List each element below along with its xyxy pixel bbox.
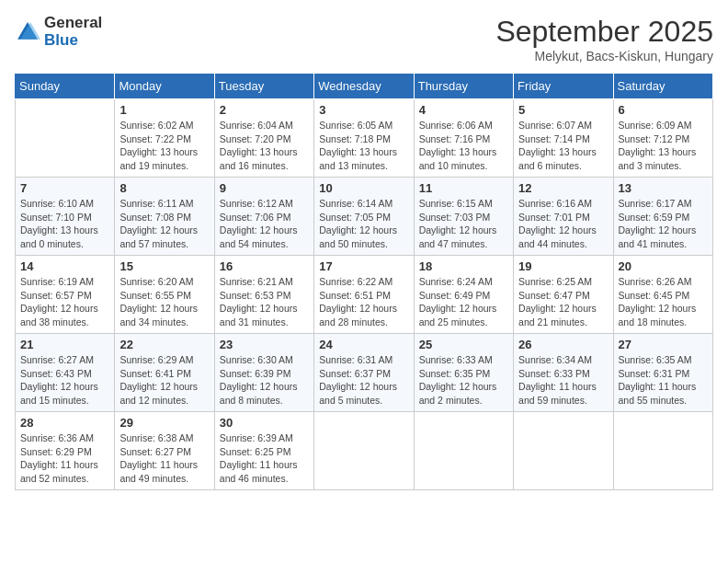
calendar-week-row: 7Sunrise: 6:10 AMSunset: 7:10 PMDaylight… [16,178,713,256]
day-number: 20 [619,259,708,273]
calendar-cell [414,412,513,490]
weekday-header-saturday: Saturday [613,74,712,99]
calendar-cell [314,412,414,490]
day-number: 5 [518,103,608,117]
logo-blue-text: Blue [44,32,102,50]
calendar-cell: 10Sunrise: 6:14 AMSunset: 7:05 PMDayligh… [314,178,414,256]
day-info: Sunrise: 6:27 AMSunset: 6:43 PMDaylight:… [20,353,109,408]
day-info: Sunrise: 6:34 AMSunset: 6:33 PMDaylight:… [518,353,608,408]
calendar-cell: 3Sunrise: 6:05 AMSunset: 7:18 PMDaylight… [314,99,414,178]
logo: General Blue [15,15,102,49]
calendar-cell: 19Sunrise: 6:25 AMSunset: 6:47 PMDayligh… [514,256,613,334]
calendar-cell: 25Sunrise: 6:33 AMSunset: 6:35 PMDayligh… [414,334,513,412]
day-info: Sunrise: 6:16 AMSunset: 7:01 PMDaylight:… [518,197,608,251]
day-info: Sunrise: 6:36 AMSunset: 6:29 PMDaylight:… [20,431,109,486]
calendar-table: SundayMondayTuesdayWednesdayThursdayFrid… [15,73,713,490]
day-info: Sunrise: 6:31 AMSunset: 6:37 PMDaylight:… [319,353,408,408]
day-number: 3 [319,103,408,117]
calendar-cell: 4Sunrise: 6:06 AMSunset: 7:16 PMDaylight… [414,99,513,178]
calendar-cell: 15Sunrise: 6:20 AMSunset: 6:55 PMDayligh… [115,256,214,334]
calendar-week-row: 21Sunrise: 6:27 AMSunset: 6:43 PMDayligh… [16,334,713,412]
calendar-cell: 17Sunrise: 6:22 AMSunset: 6:51 PMDayligh… [314,256,414,334]
calendar-cell: 5Sunrise: 6:07 AMSunset: 7:14 PMDaylight… [514,99,613,178]
day-info: Sunrise: 6:25 AMSunset: 6:47 PMDaylight:… [518,275,608,329]
calendar-cell [16,99,115,178]
day-info: Sunrise: 6:35 AMSunset: 6:31 PMDaylight:… [619,353,708,408]
weekday-header-sunday: Sunday [16,74,115,99]
day-number: 28 [20,416,109,430]
weekday-header-row: SundayMondayTuesdayWednesdayThursdayFrid… [16,74,713,99]
day-info: Sunrise: 6:09 AMSunset: 7:12 PMDaylight:… [619,119,708,173]
calendar-week-row: 28Sunrise: 6:36 AMSunset: 6:29 PMDayligh… [16,412,713,490]
day-number: 14 [20,259,109,273]
weekday-header-thursday: Thursday [414,74,513,99]
day-number: 10 [319,181,408,195]
day-number: 17 [319,259,408,273]
logo-icon [15,19,40,45]
day-info: Sunrise: 6:19 AMSunset: 6:57 PMDaylight:… [20,275,109,329]
logo-general-text: General [44,15,102,32]
day-number: 29 [119,416,209,430]
calendar-week-row: 1Sunrise: 6:02 AMSunset: 7:22 PMDaylight… [16,99,713,178]
day-info: Sunrise: 6:24 AMSunset: 6:49 PMDaylight:… [419,275,508,329]
day-info: Sunrise: 6:12 AMSunset: 7:06 PMDaylight:… [220,197,309,251]
day-info: Sunrise: 6:33 AMSunset: 6:35 PMDaylight:… [419,353,508,408]
day-number: 4 [419,103,508,117]
day-number: 13 [619,181,708,195]
calendar-cell: 28Sunrise: 6:36 AMSunset: 6:29 PMDayligh… [16,412,115,490]
calendar-cell: 27Sunrise: 6:35 AMSunset: 6:31 PMDayligh… [613,334,712,412]
calendar-cell [613,412,712,490]
calendar-cell: 12Sunrise: 6:16 AMSunset: 7:01 PMDayligh… [514,178,613,256]
calendar-cell: 24Sunrise: 6:31 AMSunset: 6:37 PMDayligh… [314,334,414,412]
calendar-cell: 30Sunrise: 6:39 AMSunset: 6:25 PMDayligh… [214,412,313,490]
day-number: 12 [518,181,608,195]
calendar-cell: 1Sunrise: 6:02 AMSunset: 7:22 PMDaylight… [115,99,214,178]
day-info: Sunrise: 6:29 AMSunset: 6:41 PMDaylight:… [119,353,209,408]
day-number: 18 [419,259,508,273]
day-number: 21 [20,338,109,351]
day-number: 2 [220,103,309,117]
calendar-cell: 23Sunrise: 6:30 AMSunset: 6:39 PMDayligh… [214,334,313,412]
day-info: Sunrise: 6:30 AMSunset: 6:39 PMDaylight:… [220,353,309,408]
day-info: Sunrise: 6:17 AMSunset: 6:59 PMDaylight:… [619,197,708,251]
day-number: 6 [619,103,708,117]
calendar-cell: 11Sunrise: 6:15 AMSunset: 7:03 PMDayligh… [414,178,513,256]
day-info: Sunrise: 6:04 AMSunset: 7:20 PMDaylight:… [220,119,309,173]
calendar-cell: 29Sunrise: 6:38 AMSunset: 6:27 PMDayligh… [115,412,214,490]
day-number: 15 [119,259,209,273]
calendar-cell [514,412,613,490]
day-number: 22 [119,338,209,351]
month-title: September 2025 [495,15,713,49]
day-number: 8 [119,181,209,195]
day-number: 30 [220,416,309,430]
calendar-cell: 14Sunrise: 6:19 AMSunset: 6:57 PMDayligh… [16,256,115,334]
calendar-week-row: 14Sunrise: 6:19 AMSunset: 6:57 PMDayligh… [16,256,713,334]
day-info: Sunrise: 6:21 AMSunset: 6:53 PMDaylight:… [220,275,309,329]
day-info: Sunrise: 6:07 AMSunset: 7:14 PMDaylight:… [518,119,608,173]
day-info: Sunrise: 6:02 AMSunset: 7:22 PMDaylight:… [119,119,209,173]
day-number: 25 [419,338,508,351]
day-number: 11 [419,181,508,195]
calendar-cell: 20Sunrise: 6:26 AMSunset: 6:45 PMDayligh… [613,256,712,334]
day-number: 27 [619,338,708,351]
calendar-cell: 21Sunrise: 6:27 AMSunset: 6:43 PMDayligh… [16,334,115,412]
weekday-header-friday: Friday [514,74,613,99]
calendar-cell: 16Sunrise: 6:21 AMSunset: 6:53 PMDayligh… [214,256,313,334]
calendar-cell: 8Sunrise: 6:11 AMSunset: 7:08 PMDaylight… [115,178,214,256]
day-number: 1 [119,103,209,117]
page-header: General Blue September 2025 Melykut, Bac… [15,15,713,63]
day-number: 9 [220,181,309,195]
calendar-cell: 7Sunrise: 6:10 AMSunset: 7:10 PMDaylight… [16,178,115,256]
title-area: September 2025 Melykut, Bacs-Kiskun, Hun… [495,15,713,63]
calendar-cell: 6Sunrise: 6:09 AMSunset: 7:12 PMDaylight… [613,99,712,178]
day-info: Sunrise: 6:14 AMSunset: 7:05 PMDaylight:… [319,197,408,251]
weekday-header-tuesday: Tuesday [214,74,313,99]
day-number: 16 [220,259,309,273]
day-number: 23 [220,338,309,351]
calendar-cell: 22Sunrise: 6:29 AMSunset: 6:41 PMDayligh… [115,334,214,412]
day-info: Sunrise: 6:15 AMSunset: 7:03 PMDaylight:… [419,197,508,251]
day-info: Sunrise: 6:22 AMSunset: 6:51 PMDaylight:… [319,275,408,329]
location: Melykut, Bacs-Kiskun, Hungary [495,49,713,63]
day-info: Sunrise: 6:20 AMSunset: 6:55 PMDaylight:… [119,275,209,329]
day-info: Sunrise: 6:39 AMSunset: 6:25 PMDaylight:… [220,431,309,486]
